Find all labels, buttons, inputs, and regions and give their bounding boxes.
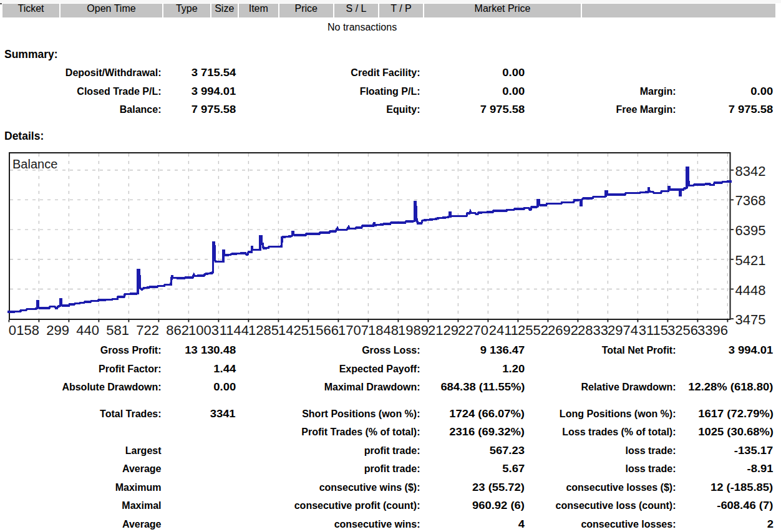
svg-text:5421: 5421 — [735, 253, 766, 268]
svg-text:2552: 2552 — [518, 322, 548, 338]
svg-text:1144: 1144 — [220, 322, 249, 338]
svg-text:4448: 4448 — [735, 283, 766, 298]
svg-text:581: 581 — [106, 322, 129, 338]
svg-text:299: 299 — [46, 322, 69, 338]
svg-text:8342: 8342 — [735, 163, 766, 179]
svg-text:Balance: Balance — [12, 157, 57, 171]
svg-text:1848: 1848 — [368, 322, 399, 338]
svg-text:6395: 6395 — [735, 223, 766, 238]
svg-text:2692: 2692 — [548, 322, 578, 338]
svg-text:0: 0 — [9, 322, 16, 338]
svg-text:1989: 1989 — [398, 322, 429, 338]
svg-text:440: 440 — [76, 322, 99, 338]
svg-text:2411: 2411 — [489, 322, 518, 338]
svg-text:2129: 2129 — [428, 322, 458, 338]
svg-text:1707: 1707 — [338, 322, 369, 338]
svg-text:2974: 2974 — [608, 322, 638, 338]
svg-text:2270: 2270 — [458, 322, 488, 338]
svg-text:862: 862 — [166, 322, 189, 338]
svg-text:3396: 3396 — [697, 322, 728, 338]
svg-text:722: 722 — [136, 322, 159, 338]
svg-text:1003: 1003 — [188, 322, 219, 338]
svg-text:3475: 3475 — [735, 312, 766, 327]
svg-text:158: 158 — [16, 322, 39, 338]
svg-text:1566: 1566 — [308, 322, 339, 338]
svg-text:1285: 1285 — [248, 322, 279, 338]
svg-text:3115: 3115 — [639, 322, 668, 338]
svg-text:1425: 1425 — [278, 322, 309, 338]
svg-text:2833: 2833 — [578, 322, 608, 338]
svg-text:3256: 3256 — [667, 322, 698, 338]
svg-text:7368: 7368 — [735, 193, 766, 208]
